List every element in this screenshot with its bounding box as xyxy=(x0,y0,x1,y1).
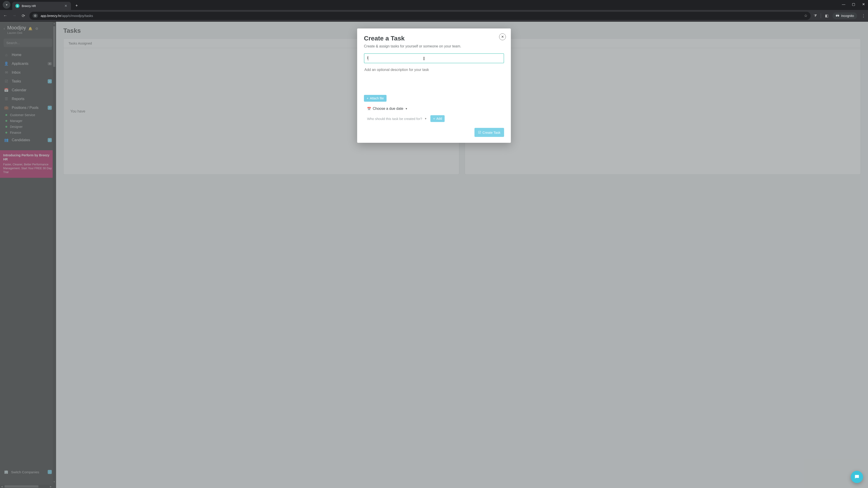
chat-fab[interactable] xyxy=(851,471,863,483)
nav-back-icon[interactable]: ← xyxy=(2,13,8,18)
task-title-input[interactable]: I I xyxy=(364,53,504,63)
url-host: app.breezy.hr xyxy=(41,14,61,18)
browser-toolbar: ← → ⟳ ⚙ app.breezy.hr/app/c/moodjoy/task… xyxy=(0,10,868,22)
create-task-modal: ✕ Create a Task Create & assign tasks fo… xyxy=(357,29,511,143)
create-task-button[interactable]: ☑ Create Task xyxy=(474,128,504,137)
modal-subtitle: Create & assign tasks for yourself or so… xyxy=(364,44,504,48)
incognito-chip[interactable]: 🕶 Incognito xyxy=(833,12,857,19)
modal-title: Create a Task xyxy=(364,35,504,42)
nav-reload-icon[interactable]: ⟳ xyxy=(20,13,26,18)
tab-favicon: b xyxy=(16,4,20,8)
nav-forward-icon: → xyxy=(11,13,17,18)
caret-down-icon: ▼ xyxy=(405,107,408,110)
attach-file-label: Attach file xyxy=(370,96,383,100)
assignee-picker[interactable]: Who should this task be created for? ▼ xyxy=(367,117,427,121)
tab-close-icon[interactable]: ✕ xyxy=(64,4,68,8)
modal-close-button[interactable]: ✕ xyxy=(499,33,506,40)
address-bar[interactable]: ⚙ app.breezy.hr/app/c/moodjoy/tasks ☆ xyxy=(29,12,811,20)
incognito-label: Incognito xyxy=(841,14,854,18)
url-path: /app/c/moodjoy/tasks xyxy=(61,14,93,18)
task-description-input[interactable] xyxy=(364,67,504,94)
new-tab-button[interactable]: + xyxy=(73,2,80,9)
site-settings-icon[interactable]: ⚙ xyxy=(33,13,38,18)
check-icon: ☑ xyxy=(478,130,481,134)
plus-icon: + xyxy=(433,117,435,121)
due-date-label: Choose a due date xyxy=(373,107,403,111)
browser-tab-active[interactable]: b Breezy HR ✕ xyxy=(12,2,71,10)
browser-menu-icon[interactable]: ⋮ xyxy=(861,13,866,18)
incognito-icon: 🕶 xyxy=(836,14,839,18)
add-label: Add xyxy=(436,117,442,121)
plus-icon: + xyxy=(367,96,368,100)
window-minimize[interactable]: ― xyxy=(841,2,846,6)
caret-down-icon: ▼ xyxy=(424,117,427,120)
browser-tabstrip: ▾ b Breezy HR ✕ + xyxy=(0,0,868,10)
modal-overlay[interactable]: ✕ Create a Task Create & assign tasks fo… xyxy=(0,22,868,488)
add-assignee-button[interactable]: + Add xyxy=(430,115,445,122)
extensions-icon[interactable]: ⧩ xyxy=(814,14,817,18)
tab-title: Breezy HR xyxy=(22,4,61,8)
text-cursor-icon: I xyxy=(423,56,425,61)
assignee-label: Who should this task be created for? xyxy=(367,117,422,121)
chat-icon xyxy=(854,474,860,480)
url-text: app.breezy.hr/app/c/moodjoy/tasks xyxy=(41,14,801,18)
window-controls: ― ▢ ✕ xyxy=(841,2,866,6)
tab-search-button[interactable]: ▾ xyxy=(3,1,10,8)
bookmark-star-icon[interactable]: ☆ xyxy=(804,13,807,18)
create-task-label: Create Task xyxy=(483,131,500,134)
attach-file-button[interactable]: + Attach file xyxy=(364,95,386,102)
calendar-icon: 📅 xyxy=(367,107,371,110)
due-date-picker[interactable]: 📅 Choose a due date ▼ xyxy=(367,107,504,111)
text-caret xyxy=(368,56,368,61)
sidepanel-icon[interactable]: ◧ xyxy=(825,13,829,18)
window-maximize[interactable]: ▢ xyxy=(851,2,856,6)
window-close[interactable]: ✕ xyxy=(861,2,866,6)
